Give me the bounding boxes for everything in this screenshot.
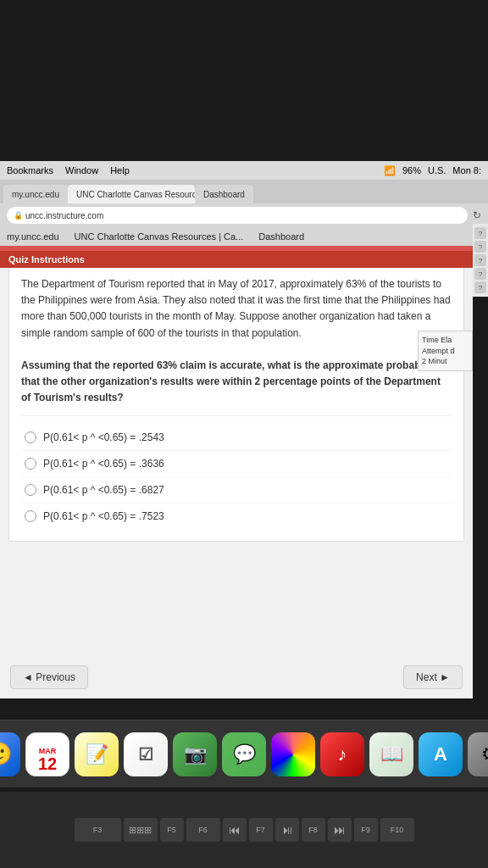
dock-reminders[interactable]: ☑: [124, 732, 168, 776]
radio-3[interactable]: [25, 484, 36, 496]
sidebar-dot-4[interactable]: ?: [474, 268, 486, 280]
menu-bar-right: 📶 96% U.S. Mon 8:: [384, 165, 481, 176]
dock-notes[interactable]: 📝: [75, 732, 119, 776]
quiz-title: Quiz Instructions: [8, 254, 85, 264]
dock-books[interactable]: 📖: [369, 732, 413, 776]
dock-messages[interactable]: 💬: [222, 732, 266, 776]
sidebar-dots: ? ? ? ? ?: [473, 224, 488, 297]
main-content: Question 15 5 pts The Department of Tour…: [0, 224, 473, 698]
answer-option-2[interactable]: P(0.61< p ^ <0.65) = .3636: [21, 451, 452, 477]
answer-option-1[interactable]: P(0.61< p ^ <0.65) = .2543: [21, 425, 452, 451]
lock-icon: 🔒: [14, 211, 23, 220]
question-body: The Department of Tourism reported that …: [21, 276, 452, 407]
url-bar[interactable]: 🔒 uncc.instructure.com: [7, 207, 468, 224]
key-fastforward: ⏭: [328, 818, 352, 842]
tab-canvas[interactable]: UNC Charlotte Canvas Resources | Ca...: [68, 185, 195, 203]
answer-option-4[interactable]: P(0.61< p ^ <0.65) = .7523: [21, 504, 452, 529]
nav-canvas[interactable]: UNC Charlotte Canvas Resources | Ca...: [75, 231, 244, 242]
attempt-label: Attempt d: [422, 346, 469, 357]
browser-chrome: my.uncc.edu UNC Charlotte Canvas Resourc…: [0, 180, 488, 268]
previous-button[interactable]: ◄ Previous: [10, 665, 88, 689]
question-container: Question 15 5 pts The Department of Tour…: [8, 232, 464, 542]
url-text: uncc.instructure.com: [25, 211, 103, 220]
dock-bar: 🙂 MAR 12 📝 ☑ 📷 💬 ♪: [0, 720, 488, 787]
answer-text-1: P(0.61< p ^ <0.65) = .2543: [43, 431, 164, 443]
quiz-title-bar: Quiz Instructions: [0, 251, 488, 268]
calendar-date: 12: [38, 755, 57, 772]
key-f9: F9: [354, 818, 378, 842]
nav-myuncc[interactable]: my.uncc.edu: [7, 231, 59, 242]
time-elapsed-label: Time Ela: [422, 335, 469, 346]
dock-settings[interactable]: ⚙: [468, 732, 488, 776]
sidebar-dot-2[interactable]: ?: [474, 241, 486, 253]
answer-option-3[interactable]: P(0.61< p ^ <0.65) = .6827: [21, 477, 452, 504]
sidebar-dot-3[interactable]: ?: [474, 254, 486, 266]
nav-dashboard[interactable]: Dashboard: [258, 231, 304, 242]
menu-help[interactable]: Help: [110, 165, 130, 175]
menu-window[interactable]: Window: [65, 165, 98, 175]
radio-2[interactable]: [25, 458, 36, 470]
wifi-icon: 📶: [384, 165, 396, 176]
key-f8: F8: [302, 818, 325, 842]
answer-text-2: P(0.61< p ^ <0.65) = .3636: [43, 458, 164, 470]
radio-1[interactable]: [25, 431, 36, 443]
key-playpause: ⏯: [275, 818, 299, 842]
dock-appstore[interactable]: A: [419, 732, 463, 776]
tab-myuncc[interactable]: my.uncc.edu: [3, 185, 68, 203]
dock-photos[interactable]: [271, 732, 315, 776]
browser-tabs: my.uncc.edu UNC Charlotte Canvas Resourc…: [0, 180, 488, 203]
time-value: 2 Minut: [422, 356, 469, 367]
dock-finder[interactable]: 🙂: [0, 732, 20, 776]
time-panel: Time Ela Attempt d 2 Minut: [418, 331, 473, 371]
nav-bar-menu: my.uncc.edu UNC Charlotte Canvas Resourc…: [0, 227, 488, 246]
menu-bookmarks[interactable]: Bookmarks: [7, 165, 53, 175]
answer-text-4: P(0.61< p ^ <0.65) = .7523: [43, 510, 164, 522]
answer-separator: [21, 415, 452, 416]
key-f4: ⊞⊞⊞: [124, 818, 158, 842]
question-bold: Assuming that the reported 63% claim is …: [21, 359, 441, 403]
sidebar-dot-1[interactable]: ?: [474, 227, 486, 239]
radio-4[interactable]: [25, 510, 36, 522]
dock-calendar[interactable]: MAR 12: [25, 732, 69, 776]
nav-buttons: ◄ Previous Next ►: [0, 656, 473, 698]
menu-bar: Bookmarks Window Help 📶 96% U.S. Mon 8:: [0, 161, 488, 180]
url-bar-row: 🔒 uncc.instructure.com ↻: [0, 203, 488, 227]
keyboard-area: F3 ⊞⊞⊞ F5 F6 ⏮ F7 ⏯ F8 ⏭ F9 F10: [0, 792, 488, 868]
reload-icon[interactable]: ↻: [473, 209, 481, 221]
clock: Mon 8:: [452, 165, 481, 175]
keyboard-keys: F3 ⊞⊞⊞ F5 F6 ⏮ F7 ⏯ F8 ⏭ F9 F10: [75, 818, 414, 842]
answer-text-3: P(0.61< p ^ <0.65) = .6827: [43, 484, 164, 496]
key-f5: F5: [160, 818, 184, 842]
next-button[interactable]: Next ►: [403, 665, 463, 689]
tab-dashboard[interactable]: Dashboard: [195, 185, 253, 203]
dock-facetime[interactable]: 📷: [173, 732, 217, 776]
key-f6: F6: [186, 818, 220, 842]
country-flag: U.S.: [428, 165, 446, 175]
question-paragraph: The Department of Tourism reported that …: [21, 276, 452, 342]
key-rewind: ⏮: [223, 818, 247, 842]
key-f3: F3: [75, 818, 121, 842]
calendar-month: MAR: [39, 747, 57, 755]
key-f7: F7: [249, 818, 273, 842]
sidebar-dot-5[interactable]: ?: [474, 281, 486, 293]
battery-level: 96%: [402, 165, 421, 175]
dock-music[interactable]: ♪: [320, 732, 364, 776]
key-f10: F10: [380, 818, 414, 842]
menu-bar-items: Bookmarks Window Help: [7, 165, 130, 175]
